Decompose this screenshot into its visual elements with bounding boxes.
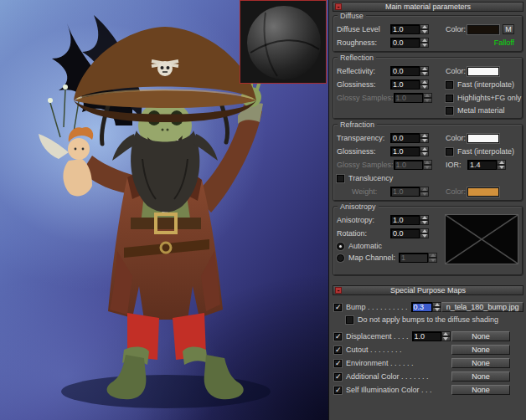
translucency-label: Translucency: [348, 174, 393, 182]
displacement-amount-spinner[interactable]: 1.0: [412, 331, 451, 341]
material-sample-slot[interactable]: [240, 0, 327, 84]
diffuse-map-button[interactable]: M: [503, 24, 514, 34]
reflection-glossiness-spinner[interactable]: 1.0: [390, 79, 429, 90]
refraction-glossiness-spinner[interactable]: 1.0: [390, 146, 429, 156]
spinner-down-icon[interactable]: [420, 71, 429, 76]
cutout-map-row: Cutout . . . . . . . . None: [334, 343, 523, 356]
rotation-spinner[interactable]: 0.0: [390, 228, 429, 238]
automatic-radio[interactable]: [337, 243, 344, 250]
rollout-main-material-parameters[interactable]: - Main material parameters: [333, 2, 523, 12]
rollout-special-purpose-maps[interactable]: - Special Purpose Maps: [333, 285, 523, 295]
environment-checkbox[interactable]: [334, 360, 342, 367]
translucency-color-swatch[interactable]: [467, 187, 499, 197]
reflection-fast-interpolate-label: Fast (interpolate): [457, 80, 514, 89]
no-diffuse-bump-checkbox[interactable]: [346, 316, 353, 324]
self-illumination-checkbox[interactable]: [334, 387, 342, 394]
metal-material-checkbox[interactable]: [446, 107, 453, 115]
displacement-map-row: Displacement . . . . 1.0 None: [334, 330, 523, 343]
reflection-glossy-samples-spinner: 1.0: [394, 93, 432, 103]
additional-color-checkbox[interactable]: [334, 373, 342, 381]
reflectivity-label: Reflectivity:: [337, 67, 390, 75]
reflection-color-swatch[interactable]: [467, 67, 499, 76]
diffuse-color-swatch[interactable]: [467, 25, 499, 34]
collapse-icon[interactable]: -: [335, 287, 342, 294]
bump-map-row: Bump . . . . . . . . . . 0.3 n_tela_180_…: [334, 300, 523, 314]
transparency-spinner[interactable]: 0.0: [390, 133, 429, 143]
displacement-checkbox[interactable]: [334, 333, 342, 341]
spinner-down-icon[interactable]: [441, 336, 451, 341]
spinner-down-icon[interactable]: [420, 220, 429, 225]
bump-label: Bump . . . . . . . . . .: [346, 303, 408, 311]
additional-color-map-row: Additional Color . . . . . . . None: [334, 370, 523, 383]
reflectivity-spinner[interactable]: 0.0: [390, 66, 429, 76]
spinner-down-icon[interactable]: [420, 151, 429, 156]
weight-spinner: 1.0: [390, 187, 429, 197]
refraction-group: Refraction Transparency: 0.0 Color: Glos…: [333, 124, 523, 202]
translucency-checkbox[interactable]: [337, 175, 344, 182]
bump-map-button[interactable]: n_tela_180_bump.jpg: [441, 302, 523, 312]
special-purpose-maps-list: Bump . . . . . . . . . . 0.3 n_tela_180_…: [333, 299, 523, 397]
map-channel-radio[interactable]: [337, 254, 344, 262]
spinner-down-icon[interactable]: [420, 85, 429, 90]
self-illumination-map-button[interactable]: None: [451, 385, 510, 395]
refraction-color-swatch[interactable]: [467, 134, 499, 143]
reflection-glossiness-label: Glossiness:: [337, 80, 390, 89]
refraction-fast-interpolate-label: Fast (interpolate): [457, 147, 514, 156]
self-illumination-map-row: Self Illumination Color . . . None: [334, 383, 523, 397]
material-editor-panel: - Main material parameters Diffuse Diffu…: [328, 0, 526, 420]
map-channel-label: Map Channel:: [348, 254, 395, 262]
spinner-down-icon: [423, 165, 432, 170]
additional-color-map-button[interactable]: None: [451, 371, 510, 382]
no-diffuse-bump-row: Do not apply bumps to the diffuse shadin…: [334, 314, 523, 325]
spinner-down-icon: [423, 98, 432, 103]
spinner-down-icon[interactable]: [420, 29, 429, 34]
diffuse-color-label: Color:: [446, 25, 467, 33]
refraction-color-label: Color:: [446, 134, 467, 142]
transparency-label: Transparency:: [337, 134, 390, 142]
rollout-title: Main material parameters: [385, 3, 471, 11]
displacement-map-button[interactable]: None: [451, 331, 510, 341]
application-window: - Main material parameters Diffuse Diffu…: [0, 0, 526, 420]
anisotropy-label: Anisotropy:: [337, 216, 390, 224]
spinner-down-icon[interactable]: [432, 307, 441, 312]
refraction-fast-interpolate-checkbox[interactable]: [446, 148, 453, 156]
additional-color-label: Additional Color . . . . . . .: [346, 372, 429, 381]
reflection-group: Reflection Reflectivity: 0.0 Color: Glos…: [333, 57, 523, 120]
metal-material-label: Metal material: [457, 106, 505, 115]
displacement-label: Displacement . . . .: [346, 332, 409, 341]
roughness-spinner[interactable]: 0.0: [390, 38, 429, 48]
highlights-fg-only-checkbox[interactable]: [446, 95, 453, 102]
anisotropy-group: Anisotropy Anisotropy: 1.0 Rotation: 0.0…: [333, 206, 523, 276]
cutout-checkbox[interactable]: [334, 346, 342, 354]
group-title-reflection: Reflection: [338, 54, 376, 62]
highlights-fg-only-label: Highlights+FG only: [457, 94, 521, 102]
spinner-down-icon[interactable]: [420, 138, 429, 143]
spinner-down-icon[interactable]: [497, 165, 506, 170]
spinner-down-icon[interactable]: [420, 233, 429, 238]
ior-spinner[interactable]: 1.4: [467, 160, 506, 170]
group-title-anisotropy: Anisotropy: [338, 202, 379, 211]
rotation-label: Rotation:: [337, 229, 390, 238]
refraction-glossy-samples-label: Glossy Samples:: [337, 161, 394, 169]
spinner-down-icon[interactable]: [420, 43, 429, 48]
cutout-label: Cutout . . . . . . . .: [346, 346, 402, 354]
ior-label: IOR:: [446, 161, 467, 169]
diffuse-level-label: Diffuse Level: [337, 25, 390, 33]
anisotropy-preview: [445, 214, 518, 264]
spinner-down-icon: [428, 258, 437, 263]
anisotropy-spinner[interactable]: 1.0: [390, 215, 429, 225]
automatic-label: Automatic: [348, 242, 382, 250]
sphere-seams: [240, 1, 327, 85]
reflection-color-label: Color:: [446, 67, 467, 75]
bump-amount-spinner[interactable]: 0.3: [411, 302, 442, 312]
reflection-fast-interpolate-checkbox[interactable]: [446, 81, 453, 89]
map-channel-spinner: 1: [399, 253, 437, 263]
group-title-refraction: Refraction: [338, 120, 377, 129]
environment-map-button[interactable]: None: [451, 358, 510, 368]
bump-checkbox[interactable]: [334, 304, 342, 311]
collapse-icon[interactable]: -: [335, 3, 342, 10]
falloff-button[interactable]: Falloff: [494, 38, 514, 47]
rendered-image: [0, 0, 328, 420]
diffuse-level-spinner[interactable]: 1.0: [390, 24, 429, 34]
cutout-map-button[interactable]: None: [451, 345, 510, 355]
